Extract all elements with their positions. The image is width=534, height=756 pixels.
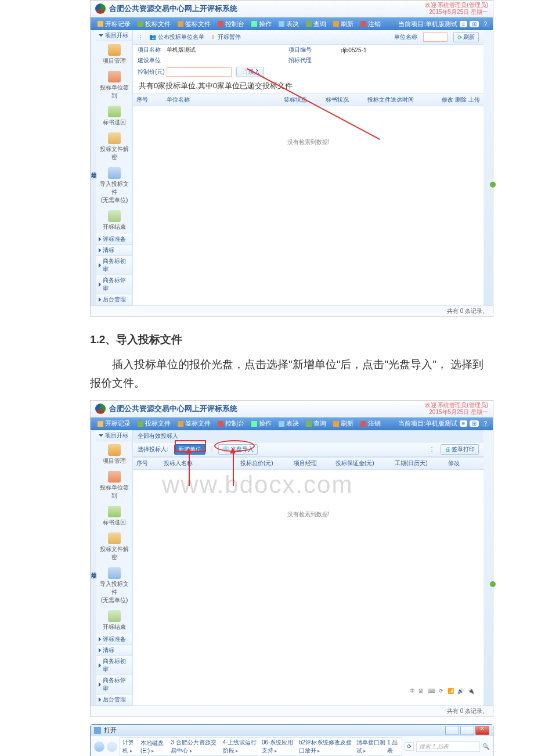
print-button[interactable]: 🖨签章打印 xyxy=(441,444,479,455)
proj-no-value: djb0525-1 xyxy=(341,47,416,53)
menu-logout[interactable]: 注销 xyxy=(357,419,384,428)
side-import-no-unit[interactable]: 导入投标文件(无需单位) xyxy=(96,164,132,207)
toolbar-pause[interactable]: ⏸ 开标暂停 xyxy=(210,33,241,41)
menu-bid-docs[interactable]: 投标文件 xyxy=(134,20,174,28)
menu-log[interactable]: 开标记录 xyxy=(94,419,134,428)
vote-icon xyxy=(279,21,284,27)
menu-refresh[interactable]: 刷新 xyxy=(330,419,357,428)
side-doc-decrypt[interactable]: 投标文件解密 xyxy=(96,129,132,164)
menu-bar-2: 开标记录 投标文件 签标文件 控制台 操作 表决 查询 刷新 注销 当前项目:单… xyxy=(91,417,493,430)
side-doc-return[interactable]: 标书退回 xyxy=(96,503,132,530)
menu-sign-docs[interactable]: 签标文件 xyxy=(174,419,214,428)
menu-control[interactable]: 控制台 xyxy=(214,20,248,28)
breadcrumb-segment[interactable]: 4-上线试运行阶段 xyxy=(223,739,260,755)
side-unit-signin[interactable]: 投标单位签到 xyxy=(96,68,132,103)
section-biz-pre[interactable]: 商务标初审 xyxy=(96,256,132,275)
return-icon xyxy=(108,106,121,117)
help-button-3[interactable]: ? xyxy=(481,21,489,27)
breadcrumb-segment[interactable]: 清单接口测试 xyxy=(356,739,385,755)
menu-chat[interactable]: 表决 xyxy=(275,20,302,28)
section-review-prep[interactable]: 评标准备 xyxy=(96,634,132,645)
side-open-result[interactable]: 开标结束 xyxy=(96,207,132,234)
side-doc-return[interactable]: 标书退回 xyxy=(96,103,132,129)
right-bar xyxy=(484,30,493,305)
unit-name-input[interactable] xyxy=(423,33,448,42)
section-review-prep[interactable]: 评标准备 xyxy=(96,234,132,245)
menu-query[interactable]: 查询 xyxy=(302,419,330,428)
breadcrumb-segment[interactable]: 本地磁盘 (E:) xyxy=(140,739,169,754)
screenshot-2: 合肥公共资源交易中心网上开评标系统 欢迎 系统管理员(管理员) 2015年5月2… xyxy=(90,400,493,717)
dialog-navbar: 计算机本地磁盘 (E:)3 合肥公共资源交易中心4-上线试运行阶段06-系统应用… xyxy=(91,736,493,756)
toolbar-list[interactable]: 👥 公布投标单位名单 xyxy=(149,33,204,41)
side-doc-decrypt[interactable]: 投标文件解密 xyxy=(96,530,132,564)
menu-query[interactable]: 查询 xyxy=(302,20,330,28)
menu-bid-docs[interactable]: 投标文件 xyxy=(134,419,174,428)
col-seq: 序号 xyxy=(133,96,163,104)
side-unit-signin[interactable]: 投标单位签到 xyxy=(96,468,132,503)
import-small-icon: 📄 xyxy=(240,69,247,75)
refresh-icon xyxy=(333,421,339,427)
build-unit-label: 建设单位 xyxy=(138,56,167,64)
section-open-bid[interactable]: 项目开标 xyxy=(96,30,132,41)
search-input[interactable]: 搜索 1.品表 xyxy=(416,741,480,752)
col-deposit: 投标保证金(元) xyxy=(332,459,391,467)
minimize-button[interactable] xyxy=(445,726,459,735)
breadcrumb-segment[interactable]: 06-系统应用支持 xyxy=(262,739,297,755)
breadcrumb-segment[interactable]: 3 合肥公共资源交易中心 xyxy=(171,739,221,755)
refresh-button[interactable]: ⟳刷新 xyxy=(453,32,479,42)
section-biz-review[interactable]: 商务标评审 xyxy=(96,275,132,294)
dialog-icon xyxy=(94,727,101,734)
summary-message: 共有0家投标单位,其中0家单位已递交投标文件 xyxy=(133,78,484,93)
menu-operate[interactable]: 操作 xyxy=(248,20,275,28)
menu-refresh[interactable]: 刷新 xyxy=(330,20,357,28)
refresh-small-icon: ⟳ xyxy=(457,34,462,41)
breadcrumb-segment[interactable]: b2评标系统修改及接口放开 xyxy=(299,739,355,755)
section-biz-review[interactable]: 商务标评审 xyxy=(96,675,132,694)
menu-sign-docs[interactable]: 签标文件 xyxy=(174,20,214,28)
menu-chat[interactable]: 表决 xyxy=(275,419,302,428)
section-clear[interactable]: 清标 xyxy=(96,645,132,656)
menu-logout[interactable]: 注销 xyxy=(357,20,384,28)
section-heading: 1.2、导入投标文件 xyxy=(90,317,493,355)
refresh-nav-button[interactable]: ⟳ xyxy=(405,742,414,751)
menu-bar: 开标记录 投标文件 签标文件 控制台 操作 表决 查询 刷新 注销 当前项目:单… xyxy=(91,17,493,30)
col-time: 投标文件送达时间 xyxy=(364,96,435,104)
forward-button[interactable] xyxy=(107,741,117,752)
vote-icon xyxy=(279,421,284,427)
left-gutter: 功能导航 xyxy=(91,30,96,305)
proj-mgmt-icon xyxy=(108,44,121,56)
breadcrumb-segment[interactable]: 计算机 xyxy=(122,739,139,755)
section-open-bid[interactable]: 项目开标 xyxy=(96,430,132,441)
ctrl-price-input[interactable] xyxy=(167,67,232,77)
help-button-2[interactable]: ⊞ xyxy=(470,21,479,27)
help-button-3[interactable]: ? xyxy=(481,420,489,427)
section-biz-pre[interactable]: 商务标初审 xyxy=(96,656,132,675)
side-proj-mgmt[interactable]: 项目管理 xyxy=(96,441,132,468)
back-button[interactable] xyxy=(94,741,104,752)
return-icon xyxy=(108,506,121,517)
side-open-result[interactable]: 开标结束 xyxy=(96,607,132,634)
breadcrumb[interactable]: 计算机本地磁盘 (E:)3 合肥公共资源交易中心4-上线试运行阶段06-系统应用… xyxy=(120,737,402,756)
menu-log[interactable]: 开标记录 xyxy=(94,20,134,28)
proj-name-value: 单机版测试 xyxy=(167,46,242,54)
refresh-icon xyxy=(333,21,339,27)
breadcrumb-segment[interactable]: 1.品表 xyxy=(387,739,399,755)
help-button-1[interactable]: ≡ xyxy=(460,420,468,427)
menu-control[interactable]: 控制台 xyxy=(214,419,248,428)
agent-label: 招标代理 xyxy=(288,56,317,64)
welcome-date: 2015年5月25日 星期一 xyxy=(425,9,488,16)
search-go-icon[interactable]: 🔍 xyxy=(482,743,489,750)
help-button-1[interactable]: ≡ xyxy=(460,21,468,27)
col-unit: 单位名称 xyxy=(163,96,280,104)
maximize-button[interactable] xyxy=(460,726,474,735)
section-backend[interactable]: 后台管理 xyxy=(96,694,132,705)
side-import-no-unit[interactable]: 导入投标文件(无需单位) xyxy=(96,564,132,607)
help-button-2[interactable]: ⊞ xyxy=(470,420,479,427)
section-clear[interactable]: 清标 xyxy=(96,245,132,256)
menu-operate[interactable]: 操作 xyxy=(248,419,275,428)
close-button[interactable] xyxy=(475,726,489,735)
side-proj-mgmt[interactable]: 项目管理 xyxy=(96,41,132,68)
status-tray: 中 简 ⌨ ⟳ 📶 🔊 🔌 xyxy=(410,687,475,695)
empty-message-2: 没有检索到数据! xyxy=(133,470,484,559)
section-backend[interactable]: 后台管理 xyxy=(96,294,132,305)
